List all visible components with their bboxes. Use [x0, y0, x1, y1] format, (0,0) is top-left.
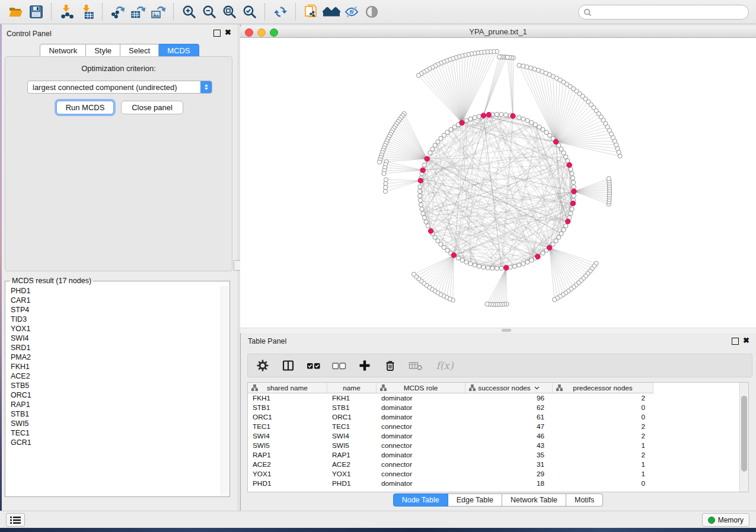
graph-node[interactable]: [421, 211, 425, 216]
mcds-result-item[interactable]: RAP1: [11, 400, 221, 409]
run-mcds-button[interactable]: Run MCDS: [56, 101, 114, 114]
tab-mcds[interactable]: MCDS: [159, 44, 199, 57]
delete-selected-button[interactable]: [384, 359, 397, 372]
graph-node[interactable]: [562, 227, 566, 232]
graph-node[interactable]: [477, 264, 481, 268]
graph-hub-node[interactable]: [420, 168, 425, 172]
graph-node[interactable]: [499, 266, 503, 270]
graph-hub-node[interactable]: [418, 178, 423, 183]
graph-node[interactable]: [499, 113, 503, 117]
memory-button[interactable]: Memory: [702, 513, 749, 527]
table-row[interactable]: ORC1ORC1dominator610: [248, 412, 739, 422]
graph-hub-node[interactable]: [481, 113, 486, 118]
graph-node[interactable]: [430, 147, 435, 151]
graph-hub-node[interactable]: [566, 219, 570, 224]
mcds-result-item[interactable]: FKH1: [11, 362, 221, 371]
graph-node[interactable]: [505, 55, 509, 59]
graph-node[interactable]: [525, 260, 529, 264]
table-vertical-scrollbar[interactable]: [739, 383, 748, 492]
table-row[interactable]: PHD1PHD1dominator180: [248, 479, 739, 488]
graph-hub-node[interactable]: [428, 229, 433, 233]
table-row[interactable]: YOX1YOX1connector291: [248, 469, 739, 479]
mcds-result-item[interactable]: CAR1: [11, 296, 221, 305]
graph-node[interactable]: [456, 256, 460, 260]
graph-node[interactable]: [554, 239, 558, 243]
graph-node[interactable]: [564, 155, 568, 159]
graph-node[interactable]: [572, 194, 576, 198]
graph-node[interactable]: [464, 118, 468, 123]
graph-node[interactable]: [418, 194, 422, 198]
graph-hub-node[interactable]: [511, 114, 515, 118]
graph-node[interactable]: [485, 302, 489, 306]
mcds-result-item[interactable]: GCR1: [11, 438, 221, 447]
graph-node[interactable]: [537, 125, 541, 129]
mcds-result-item[interactable]: STP4: [11, 305, 221, 315]
graph-node[interactable]: [569, 211, 573, 216]
graph-node[interactable]: [473, 116, 477, 120]
graph-node[interactable]: [541, 251, 545, 255]
graph-node[interactable]: [382, 171, 386, 175]
graph-node[interactable]: [525, 118, 529, 123]
graph-node[interactable]: [424, 220, 428, 224]
export-table-button[interactable]: [128, 3, 148, 21]
tab-select[interactable]: Select: [120, 44, 159, 57]
graph-node[interactable]: [517, 63, 521, 68]
mcds-result-item[interactable]: TID3: [11, 315, 221, 324]
import-network-button[interactable]: [57, 3, 77, 21]
save-session-button[interactable]: [26, 3, 46, 21]
graph-node[interactable]: [517, 116, 521, 120]
column-header-name[interactable]: name: [327, 383, 377, 393]
apply-function-button[interactable]: f(x): [435, 359, 455, 372]
graph-node[interactable]: [521, 117, 525, 121]
graph-node[interactable]: [417, 189, 422, 193]
graph-node[interactable]: [572, 185, 576, 189]
graph-hub-node[interactable]: [535, 254, 540, 259]
tab-network[interactable]: Network: [40, 44, 86, 57]
refresh-button[interactable]: [270, 3, 291, 21]
graph-node[interactable]: [460, 258, 464, 262]
zoom-selected-button[interactable]: [240, 3, 260, 21]
table-row[interactable]: RAP1RAP1dominator352: [248, 450, 739, 460]
graph-node[interactable]: [607, 177, 611, 181]
graph-node[interactable]: [481, 265, 486, 269]
tab-network-table[interactable]: Network Table: [502, 493, 566, 507]
graph-node[interactable]: [570, 176, 575, 180]
table-row[interactable]: STB1STB1dominator620: [248, 403, 739, 412]
graph-node[interactable]: [572, 180, 576, 184]
clone-network-button[interactable]: [301, 3, 321, 21]
graph-node[interactable]: [422, 216, 426, 220]
mcds-result-item[interactable]: SWI4: [11, 334, 221, 343]
table-row[interactable]: TEC1TEC1connector472: [248, 422, 739, 431]
mcds-result-item[interactable]: ORC1: [11, 390, 221, 400]
graph-node[interactable]: [383, 189, 387, 193]
graph-node[interactable]: [464, 260, 468, 264]
graph-node[interactable]: [544, 130, 548, 134]
table-vscroll-thumb[interactable]: [741, 396, 747, 472]
float-panel-button[interactable]: [213, 30, 221, 37]
graph-hub-node[interactable]: [567, 162, 572, 167]
graph-node[interactable]: [426, 224, 430, 228]
column-header-predecessor-nodes[interactable]: predecessor nodes: [553, 383, 653, 393]
zoom-out-button[interactable]: [199, 3, 219, 21]
window-close-traffic-light[interactable]: [245, 28, 253, 37]
mcds-result-item[interactable]: TEC1: [11, 428, 221, 438]
table-row[interactable]: ACE2ACE2connector311: [248, 460, 739, 469]
select-all-button[interactable]: [307, 359, 320, 372]
tab-node-table[interactable]: Node Table: [393, 493, 448, 507]
graph-node[interactable]: [378, 160, 382, 164]
graph-node[interactable]: [570, 171, 574, 175]
close-table-panel-button[interactable]: ✖: [743, 338, 749, 344]
window-zoom-traffic-light[interactable]: [270, 28, 278, 37]
column-header-mcds-role[interactable]: MCDS role: [377, 383, 465, 393]
graph-node[interactable]: [486, 266, 490, 270]
graph-node[interactable]: [512, 264, 516, 268]
window-minimize-traffic-light[interactable]: [257, 28, 266, 37]
open-file-button[interactable]: [6, 3, 26, 21]
search-box[interactable]: [578, 5, 749, 20]
column-header-shared-name[interactable]: shared name: [248, 383, 327, 393]
graph-node[interactable]: [529, 258, 534, 262]
graph-node[interactable]: [490, 266, 495, 270]
search-input[interactable]: [595, 8, 748, 17]
mcds-result-scrollbar[interactable]: [221, 286, 229, 496]
network-hscroll-thumb[interactable]: [502, 329, 511, 332]
